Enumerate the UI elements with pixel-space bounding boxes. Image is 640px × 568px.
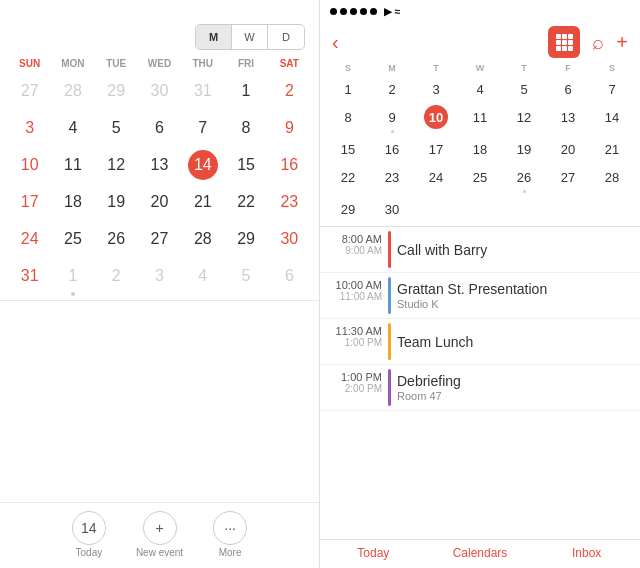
- right-day-cell[interactable]: [546, 196, 590, 224]
- right-day-cell[interactable]: 12: [502, 104, 546, 136]
- right-day-cell[interactable]: 16: [370, 136, 414, 164]
- new-event-button[interactable]: + New event: [136, 511, 183, 558]
- day-cell[interactable]: 28: [181, 221, 224, 258]
- day-cell[interactable]: 3: [8, 110, 51, 147]
- back-arrow-icon[interactable]: ‹: [332, 31, 339, 54]
- right-day-cell[interactable]: 19: [502, 136, 546, 164]
- more-icon[interactable]: ···: [213, 511, 247, 545]
- day-cell[interactable]: 21: [181, 184, 224, 221]
- right-day-cell[interactable]: 17: [414, 136, 458, 164]
- day-cell[interactable]: 30: [138, 73, 181, 110]
- right-day-cell[interactable]: [458, 196, 502, 224]
- day-cell[interactable]: 30: [268, 221, 311, 258]
- view-month-btn[interactable]: M: [196, 25, 232, 49]
- day-cell[interactable]: 4: [181, 258, 224, 300]
- day-cell[interactable]: 14: [181, 147, 224, 184]
- day-cell[interactable]: 4: [51, 110, 94, 147]
- right-day-cell[interactable]: 6: [546, 76, 590, 104]
- right-day-cell[interactable]: 29: [326, 196, 370, 224]
- day-cell[interactable]: 12: [95, 147, 138, 184]
- plus-icon[interactable]: +: [143, 511, 177, 545]
- day-cell[interactable]: 31: [8, 258, 51, 300]
- day-cell[interactable]: 10: [8, 147, 51, 184]
- view-week-btn[interactable]: W: [232, 25, 268, 49]
- right-day-cell[interactable]: 11: [458, 104, 502, 136]
- right-day-cell[interactable]: 18: [458, 136, 502, 164]
- day-cell[interactable]: 5: [224, 258, 267, 300]
- day-cell[interactable]: 18: [51, 184, 94, 221]
- day-cell[interactable]: 11: [51, 147, 94, 184]
- right-day-cell[interactable]: 27: [546, 164, 590, 196]
- day-cell[interactable]: 3: [138, 258, 181, 300]
- right-day-cell[interactable]: 4: [458, 76, 502, 104]
- day-cell[interactable]: 29: [224, 221, 267, 258]
- day-cell[interactable]: 1: [51, 258, 94, 300]
- right-day-cell[interactable]: 21: [590, 136, 634, 164]
- today-icon[interactable]: 14: [72, 511, 106, 545]
- right-day-cell[interactable]: [590, 196, 634, 224]
- grid-view-icon[interactable]: [548, 26, 580, 58]
- right-day-cell[interactable]: 26: [502, 164, 546, 196]
- right-day-cell[interactable]: 10: [414, 104, 458, 136]
- right-day-cell[interactable]: 9: [370, 104, 414, 136]
- view-day-btn[interactable]: D: [268, 25, 304, 49]
- day-cell[interactable]: 7: [181, 110, 224, 147]
- right-day-cell[interactable]: 8: [326, 104, 370, 136]
- view-switcher[interactable]: M W D: [195, 24, 305, 50]
- day-cell[interactable]: 16: [268, 147, 311, 184]
- day-cell[interactable]: 17: [8, 184, 51, 221]
- right-day-cell[interactable]: 23: [370, 164, 414, 196]
- day-cell[interactable]: 28: [51, 73, 94, 110]
- event-row-0[interactable]: 8:00 AM9:00 AMCall with Barry: [320, 227, 640, 273]
- day-cell[interactable]: 5: [95, 110, 138, 147]
- event-row-1[interactable]: 10:00 AM11:00 AMGrattan St. Presentation…: [320, 273, 640, 319]
- today-button[interactable]: 14 Today: [72, 511, 106, 558]
- day-cell[interactable]: 2: [268, 73, 311, 110]
- event-row-3[interactable]: 1:00 PM2:00 PMDebriefingRoom 47: [320, 365, 640, 411]
- event-row-2[interactable]: 11:30 AM1:00 PMTeam Lunch: [320, 319, 640, 365]
- day-cell[interactable]: 27: [8, 73, 51, 110]
- day-cell[interactable]: 6: [268, 258, 311, 300]
- right-day-cell[interactable]: 14: [590, 104, 634, 136]
- more-button[interactable]: ··· More: [213, 511, 247, 558]
- right-day-cell[interactable]: [414, 196, 458, 224]
- day-cell[interactable]: 29: [95, 73, 138, 110]
- right-day-cell[interactable]: 28: [590, 164, 634, 196]
- day-cell[interactable]: 27: [138, 221, 181, 258]
- right-day-cell[interactable]: 3: [414, 76, 458, 104]
- day-cell[interactable]: 1: [224, 73, 267, 110]
- day-cell[interactable]: 26: [95, 221, 138, 258]
- right-day-cell[interactable]: 24: [414, 164, 458, 196]
- day-cell[interactable]: 9: [268, 110, 311, 147]
- add-event-icon[interactable]: +: [616, 31, 628, 54]
- day-cell[interactable]: 24: [8, 221, 51, 258]
- right-day-cell[interactable]: 5: [502, 76, 546, 104]
- right-day-cell[interactable]: 22: [326, 164, 370, 196]
- right-day-cell[interactable]: 2: [370, 76, 414, 104]
- day-number: 1: [58, 261, 88, 291]
- day-cell[interactable]: 8: [224, 110, 267, 147]
- right-day-cell[interactable]: 1: [326, 76, 370, 104]
- day-cell[interactable]: 23: [268, 184, 311, 221]
- right-day-cell[interactable]: [502, 196, 546, 224]
- day-cell[interactable]: 19: [95, 184, 138, 221]
- day-cell[interactable]: 31: [181, 73, 224, 110]
- tab-calendars[interactable]: Calendars: [427, 546, 534, 560]
- day-cell[interactable]: 6: [138, 110, 181, 147]
- day-cell[interactable]: 2: [95, 258, 138, 300]
- day-cell[interactable]: 25: [51, 221, 94, 258]
- right-day-number: 20: [556, 137, 580, 161]
- tab-inbox[interactable]: Inbox: [533, 546, 640, 560]
- search-icon[interactable]: ⌕: [592, 31, 604, 54]
- right-day-cell[interactable]: 25: [458, 164, 502, 196]
- right-day-cell[interactable]: 15: [326, 136, 370, 164]
- right-day-cell[interactable]: 30: [370, 196, 414, 224]
- right-day-cell[interactable]: 20: [546, 136, 590, 164]
- day-cell[interactable]: 20: [138, 184, 181, 221]
- right-day-cell[interactable]: 13: [546, 104, 590, 136]
- day-cell[interactable]: 13: [138, 147, 181, 184]
- tab-today[interactable]: Today: [320, 546, 427, 560]
- day-cell[interactable]: 22: [224, 184, 267, 221]
- right-day-cell[interactable]: 7: [590, 76, 634, 104]
- day-cell[interactable]: 15: [224, 147, 267, 184]
